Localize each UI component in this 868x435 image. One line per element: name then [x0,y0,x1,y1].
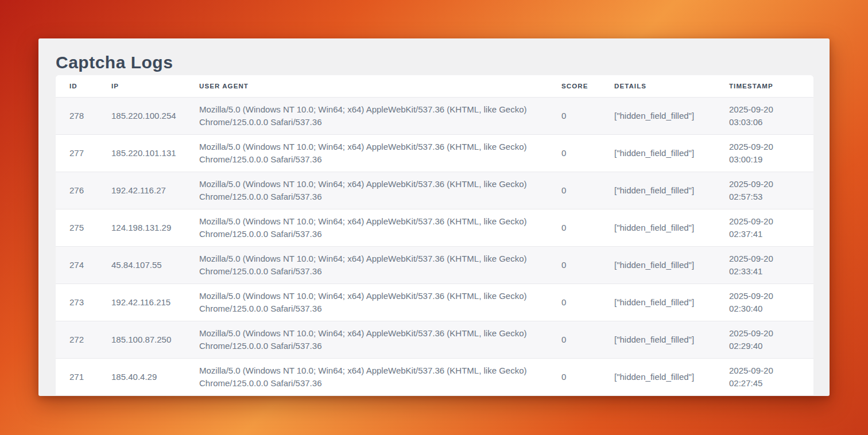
cell-ip: 192.42.116.215 [98,283,185,321]
cell-user-agent: Mozilla/5.0 (Windows NT 10.0; Win64; x64… [185,358,548,395]
table-row: 275 124.198.131.29 Mozilla/5.0 (Windows … [56,209,813,246]
table-row: 277 185.220.101.131 Mozilla/5.0 (Windows… [56,134,813,172]
cell-ip: 45.84.107.55 [98,246,185,283]
cell-id: 278 [56,97,98,134]
cell-details: ["hidden_field_filled"] [600,358,715,395]
cell-user-agent: Mozilla/5.0 (Windows NT 10.0; Win64; x64… [185,172,548,209]
cell-timestamp: 2025-09-20 02:33:41 [715,246,813,283]
cell-score: 0 [548,172,600,209]
cell-ip: 185.100.87.250 [98,321,185,358]
table-header: ID IP USER AGENT SCORE DETAILS TIMESTAMP [56,75,813,97]
cell-timestamp: 2025-09-20 02:27:45 [715,358,813,395]
captcha-logs-table: ID IP USER AGENT SCORE DETAILS TIMESTAMP… [56,75,813,396]
cell-timestamp: 2025-09-20 02:37:41 [715,209,813,246]
cell-timestamp: 2025-09-20 02:57:53 [715,172,813,209]
cell-score: 0 [548,97,600,134]
cell-details: ["hidden_field_filled"] [600,172,715,209]
cell-id: 277 [56,134,98,172]
cell-ip: 192.42.116.27 [98,172,185,209]
col-header-timestamp: TIMESTAMP [715,75,813,97]
table-row: 274 45.84.107.55 Mozilla/5.0 (Windows NT… [56,246,813,283]
cell-user-agent: Mozilla/5.0 (Windows NT 10.0; Win64; x64… [185,321,548,358]
cell-id: 273 [56,283,98,321]
cell-timestamp: 2025-09-20 03:03:06 [715,97,813,134]
table-row: 278 185.220.100.254 Mozilla/5.0 (Windows… [56,97,813,134]
col-header-score: SCORE [548,75,600,97]
col-header-ip: IP [98,75,185,97]
cell-user-agent: Mozilla/5.0 (Windows NT 10.0; Win64; x64… [185,283,548,321]
col-header-details: DETAILS [600,75,715,97]
cell-user-agent: Mozilla/5.0 (Windows NT 10.0; Win64; x64… [185,97,548,134]
col-header-id: ID [56,75,98,97]
table-row: 273 192.42.116.215 Mozilla/5.0 (Windows … [56,283,813,321]
cell-score: 0 [548,283,600,321]
cell-id: 271 [56,358,98,395]
cell-id: 274 [56,246,98,283]
cell-score: 0 [548,246,600,283]
cell-ip: 185.220.100.254 [98,97,185,134]
cell-timestamp: 2025-09-20 02:30:40 [715,283,813,321]
cell-details: ["hidden_field_filled"] [600,97,715,134]
cell-ip: 124.198.131.29 [98,209,185,246]
cell-user-agent: Mozilla/5.0 (Windows NT 10.0; Win64; x64… [185,209,548,246]
cell-id: 272 [56,321,98,358]
table-body: 278 185.220.100.254 Mozilla/5.0 (Windows… [56,97,813,395]
cell-timestamp: 2025-09-20 02:29:40 [715,321,813,358]
cell-id: 276 [56,172,98,209]
table-row: 272 185.100.87.250 Mozilla/5.0 (Windows … [56,321,813,358]
cell-score: 0 [548,358,600,395]
captcha-logs-card: Captcha Logs ID IP USER AGENT SCORE DETA… [38,38,830,396]
cell-score: 0 [548,209,600,246]
cell-ip: 185.40.4.29 [98,358,185,395]
cell-details: ["hidden_field_filled"] [600,209,715,246]
cell-id: 275 [56,209,98,246]
cell-details: ["hidden_field_filled"] [600,321,715,358]
cell-score: 0 [548,134,600,172]
cell-score: 0 [548,321,600,358]
cell-user-agent: Mozilla/5.0 (Windows NT 10.0; Win64; x64… [185,246,548,283]
cell-details: ["hidden_field_filled"] [600,246,715,283]
cell-timestamp: 2025-09-20 03:00:19 [715,134,813,172]
cell-details: ["hidden_field_filled"] [600,134,715,172]
page-title: Captcha Logs [56,38,812,75]
cell-details: ["hidden_field_filled"] [600,283,715,321]
col-header-user-agent: USER AGENT [185,75,548,97]
table-row: 276 192.42.116.27 Mozilla/5.0 (Windows N… [56,172,813,209]
cell-ip: 185.220.101.131 [98,134,185,172]
table-row: 271 185.40.4.29 Mozilla/5.0 (Windows NT … [56,358,813,395]
cell-user-agent: Mozilla/5.0 (Windows NT 10.0; Win64; x64… [185,134,548,172]
